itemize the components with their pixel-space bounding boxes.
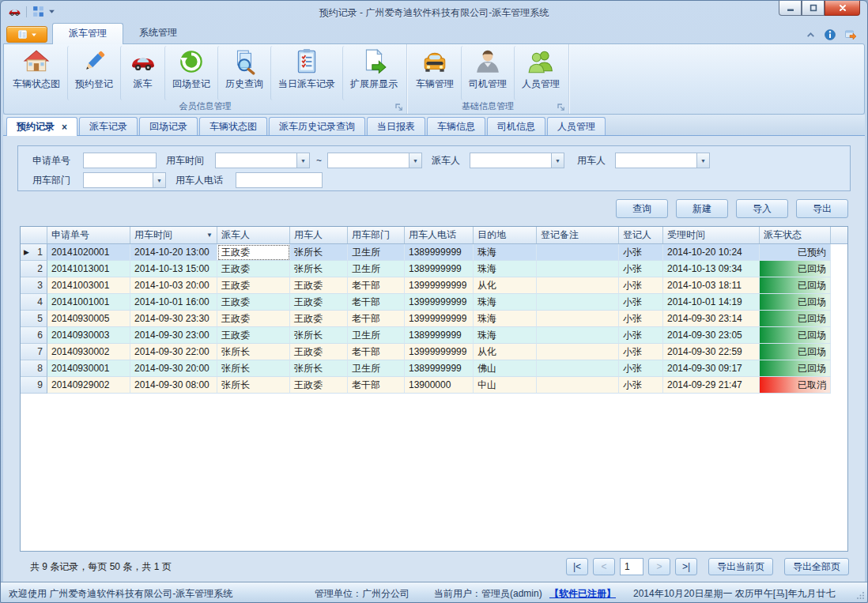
cell-dispatcher[interactable]: 王政委 [217, 311, 290, 327]
doc-tab-4[interactable]: 派车历史记录查询 [269, 117, 365, 135]
return-register-button[interactable]: 回场登记 [164, 46, 217, 100]
cell-remark[interactable] [537, 377, 619, 394]
cell-dispatcher[interactable]: 张所长 [217, 344, 290, 360]
cell-registrar[interactable]: 小张 [619, 261, 663, 277]
cell-user-phone[interactable]: 1389999999 [405, 261, 474, 277]
combo-arrow-icon[interactable]: ▼ [296, 153, 310, 168]
cell-order-no[interactable]: 20141013001 [47, 261, 130, 277]
cell-remark[interactable] [537, 327, 619, 344]
vehicle-status-map-button[interactable]: 车辆状态图 [6, 46, 67, 100]
col-header-user-phone[interactable]: 用车人电话 [405, 227, 474, 243]
cell-dispatcher[interactable]: 张所长 [217, 360, 290, 377]
maximize-button[interactable] [802, 1, 825, 16]
row-indicator-cell[interactable]: 9 [21, 377, 47, 394]
prev-page-button[interactable]: < [593, 558, 615, 575]
cell-user-phone[interactable]: 13900000 [405, 377, 474, 394]
row-indicator-cell[interactable]: 4 [21, 294, 47, 311]
cell-use-time[interactable]: 2014-10-03 20:00 [130, 277, 217, 294]
dialog-launcher-icon[interactable] [395, 104, 403, 111]
cell-accept-time[interactable]: 2014-10-03 18:11 [663, 277, 760, 294]
col-header-dispatcher[interactable]: 派车人 [217, 227, 290, 243]
titlebar[interactable]: 预约记录 - 广州爱奇迪软件科技有限公司-派车管理系统 [3, 1, 865, 24]
doc-tab-1[interactable]: 派车记录 [79, 117, 138, 135]
ribbon-tab-system-mgmt[interactable]: 系统管理 [123, 23, 193, 43]
cell-dept[interactable]: 卫生所 [348, 327, 405, 344]
cell-user-phone[interactable]: 1389999999 [405, 327, 474, 344]
cell-registrar[interactable]: 小张 [619, 294, 663, 311]
cell-destination[interactable]: 中山 [474, 377, 537, 394]
row-indicator-cell[interactable]: 2 [21, 261, 47, 277]
col-header-user[interactable]: 用车人 [290, 227, 348, 243]
doc-tab-5[interactable]: 当日报表 [367, 117, 425, 135]
records-grid[interactable]: 申请单号用车时间▼派车人用车人用车部门用车人电话目的地登记备注登记人受理时间派车… [20, 226, 848, 552]
col-header-order-no[interactable]: 申请单号 [47, 227, 130, 243]
statusbar-license-link[interactable]: 【软件已注册】 [549, 587, 616, 601]
combo-arrow-icon[interactable]: ▼ [409, 153, 422, 168]
minimize-button[interactable] [779, 1, 802, 16]
table-row[interactable]: 4201410010012014-10-01 16:00王政委王政委老干部139… [21, 294, 847, 311]
export-button[interactable]: 导出 [796, 199, 848, 218]
cell-order-no[interactable]: 20141020001 [47, 244, 130, 261]
table-row[interactable]: 6201409300032014-09-30 23:00王政委张所长卫生所138… [21, 327, 847, 344]
reservation-register-button[interactable]: 预约登记 [67, 46, 120, 100]
import-button[interactable]: 导入 [736, 199, 788, 218]
resize-grip-icon[interactable] [856, 591, 865, 600]
dispatcher-select[interactable]: ▼ [470, 153, 564, 168]
col-header-destination[interactable]: 目的地 [474, 227, 537, 243]
col-header-dispatch-status[interactable]: 派车状态 [760, 227, 831, 243]
cell-remark[interactable] [537, 344, 619, 360]
cell-dispatch-status[interactable]: 已回场 [760, 294, 831, 311]
today-dispatch-records-button[interactable]: 当日派车记录 [270, 46, 342, 100]
cell-dept[interactable]: 老干部 [348, 377, 405, 394]
row-indicator-cell[interactable]: 5 [21, 311, 47, 327]
cell-destination[interactable]: 珠海 [474, 261, 537, 277]
cell-registrar[interactable]: 小张 [619, 344, 663, 360]
cell-dispatch-status[interactable]: 已回场 [760, 327, 831, 344]
cell-dispatcher[interactable]: 王政委 [217, 327, 290, 344]
cell-dispatcher[interactable]: 王政委 [217, 244, 290, 261]
row-indicator-cell[interactable]: 3 [21, 277, 47, 294]
cell-remark[interactable] [537, 277, 619, 294]
table-row[interactable]: 5201409300052014-09-30 23:30王政委王政委老干部139… [21, 311, 847, 327]
cell-accept-time[interactable]: 2014-09-30 22:59 [663, 344, 760, 360]
cell-destination[interactable]: 珠海 [474, 311, 537, 327]
cell-dept[interactable]: 老干部 [348, 277, 405, 294]
passenger-phone-input[interactable] [236, 172, 323, 188]
doc-tab-8[interactable]: 人员管理 [547, 117, 606, 135]
cell-dispatcher[interactable]: 王政委 [217, 294, 290, 311]
cell-registrar[interactable]: 小张 [619, 244, 663, 261]
cell-remark[interactable] [537, 244, 619, 261]
cell-use-time[interactable]: 2014-10-20 13:00 [130, 244, 217, 261]
order-no-input[interactable] [83, 153, 157, 168]
export-all-pages-button[interactable]: 导出全部页 [784, 558, 849, 575]
cell-dispatch-status[interactable]: 已回场 [760, 344, 831, 360]
cell-dept[interactable]: 卫生所 [348, 244, 405, 261]
cell-dispatch-status[interactable]: 已预约 [760, 244, 831, 261]
cell-use-time[interactable]: 2014-09-30 08:00 [130, 377, 217, 394]
cell-dispatch-status[interactable]: 已回场 [760, 311, 831, 327]
table-row[interactable]: 8201409300012014-09-30 20:00张所长张所长卫生所138… [21, 360, 847, 377]
cell-dept[interactable]: 老干部 [348, 311, 405, 327]
use-time-to-select[interactable]: ▼ [327, 153, 422, 168]
style-switch-icon[interactable] [844, 28, 857, 41]
combo-arrow-icon[interactable]: ▼ [153, 172, 166, 188]
cell-accept-time[interactable]: 2014-09-30 23:05 [663, 327, 760, 344]
cell-user[interactable]: 张所长 [290, 244, 348, 261]
cell-user[interactable]: 王政委 [290, 344, 348, 360]
export-current-page-button[interactable]: 导出当前页 [708, 558, 773, 575]
vehicle-management-button[interactable]: 车辆管理 [409, 46, 461, 100]
doc-tab-3[interactable]: 车辆状态图 [199, 117, 267, 135]
app-menu-button[interactable] [6, 26, 47, 43]
close-button[interactable] [825, 1, 860, 16]
cell-dept[interactable]: 老干部 [348, 294, 405, 311]
cell-dispatcher[interactable]: 王政委 [217, 277, 290, 294]
query-button[interactable]: 查询 [616, 199, 668, 218]
cell-use-time[interactable]: 2014-09-30 22:00 [130, 344, 217, 360]
cell-use-time[interactable]: 2014-09-30 20:00 [130, 360, 217, 377]
cell-user-phone[interactable]: 1389999999 [405, 244, 474, 261]
cell-user[interactable]: 张所长 [290, 261, 348, 277]
doc-tab-0[interactable]: 预约记录× [6, 117, 77, 136]
cell-destination[interactable]: 佛山 [474, 360, 537, 377]
row-indicator-cell[interactable]: 6 [21, 327, 47, 344]
cell-dept[interactable]: 卫生所 [348, 360, 405, 377]
